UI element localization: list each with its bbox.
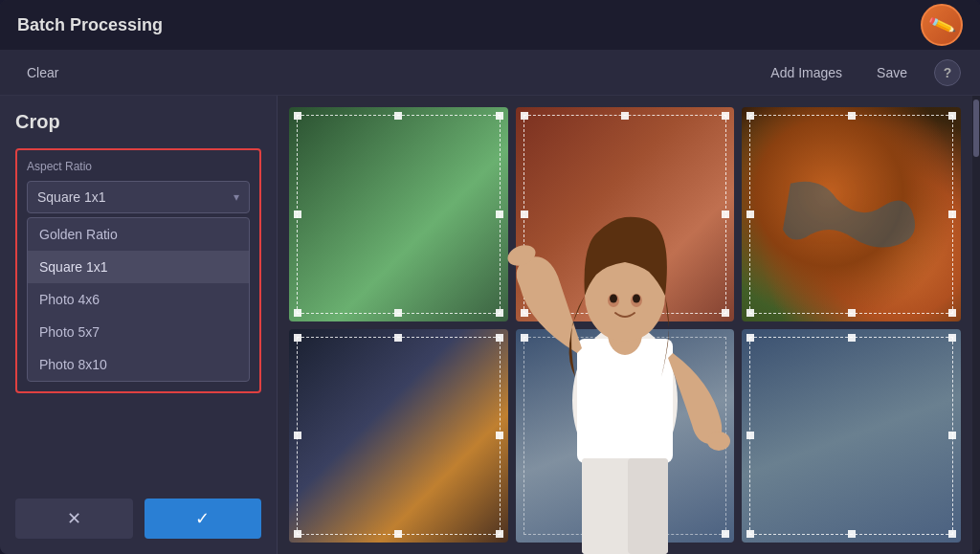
image-cell-3[interactable] xyxy=(742,107,961,321)
header-icon-button[interactable]: ✏️ xyxy=(921,4,963,46)
crop-handle-bl-1 xyxy=(294,309,301,317)
crop-handle-mr-2 xyxy=(722,211,729,218)
crop-handle-tl-5 xyxy=(521,334,528,342)
dropdown-option-photo-4x6[interactable]: Photo 4x6 xyxy=(28,283,249,316)
crop-overlay-5 xyxy=(523,337,727,536)
crop-overlay-4 xyxy=(297,337,501,536)
image-cell-1[interactable] xyxy=(289,107,508,321)
crop-handle-br-2 xyxy=(722,309,729,317)
scrollbar-thumb[interactable] xyxy=(973,100,979,157)
dropdown-option-golden-ratio[interactable]: Golden Ratio xyxy=(28,218,249,251)
crop-handle-bm-2 xyxy=(621,309,629,317)
crop-handle-bm-6 xyxy=(848,530,856,538)
save-button[interactable]: Save xyxy=(869,61,915,84)
app-container: Batch Processing ✏️ Clear Add Images Sav… xyxy=(0,0,980,554)
crop-handle-br-3 xyxy=(948,309,956,317)
aspect-ratio-dropdown[interactable]: Square 1x1 ▾ xyxy=(27,181,250,213)
toolbar: Clear Add Images Save ? xyxy=(0,50,980,96)
crop-handle-mr-1 xyxy=(496,211,503,218)
header: Batch Processing ✏️ xyxy=(0,0,980,50)
crop-handle-ml-6 xyxy=(746,432,754,439)
app-title: Batch Processing xyxy=(17,15,163,35)
crop-overlay-6 xyxy=(749,337,953,536)
crop-handle-tm-6 xyxy=(848,334,856,342)
scrollbar-track[interactable] xyxy=(972,96,980,554)
pencil-icon: ✏️ xyxy=(926,10,957,39)
crop-overlay-2 xyxy=(523,115,727,314)
image-cell-2[interactable] xyxy=(516,107,735,321)
crop-handle-mr-4 xyxy=(496,432,503,439)
crop-handle-mr-3 xyxy=(948,211,956,218)
dropdown-selected-value: Square 1x1 xyxy=(37,189,106,205)
crop-handle-mr-6 xyxy=(948,432,956,439)
crop-handle-ml-4 xyxy=(294,432,301,439)
crop-handle-tr-2 xyxy=(722,112,729,120)
crop-handle-tm-4 xyxy=(394,334,402,342)
crop-handle-tr-4 xyxy=(496,334,503,342)
sidebar-bottom: ✕ ✓ xyxy=(15,499,261,539)
aspect-ratio-label: Aspect Ratio xyxy=(27,160,250,173)
crop-handle-ml-3 xyxy=(746,211,754,218)
image-cell-6[interactable] xyxy=(742,329,961,543)
crop-handle-tm-3 xyxy=(848,112,856,120)
clear-button[interactable]: Clear xyxy=(19,61,66,84)
image-cell-5[interactable] xyxy=(516,329,735,543)
crop-handle-br-4 xyxy=(496,530,503,538)
crop-handle-bl-4 xyxy=(294,530,301,538)
crop-handle-br-6 xyxy=(948,530,956,538)
crop-handle-tr-1 xyxy=(496,112,503,120)
crop-overlay-1 xyxy=(297,115,501,314)
crop-handle-br-5 xyxy=(722,530,729,538)
aspect-ratio-box: Aspect Ratio Square 1x1 ▾ Golden Ratio S… xyxy=(15,148,261,393)
crop-handle-tl-2 xyxy=(521,112,528,120)
crop-handle-ml-2 xyxy=(521,211,528,218)
crop-handle-tm-2 xyxy=(621,112,629,120)
crop-handle-tm-1 xyxy=(394,112,402,120)
crop-handle-tl-1 xyxy=(294,112,301,120)
crop-handle-bm-3 xyxy=(848,309,856,317)
crop-handle-br-1 xyxy=(496,309,503,317)
sidebar: Crop Aspect Ratio Square 1x1 ▾ Golden Ra… xyxy=(0,96,278,554)
crop-handle-tr-3 xyxy=(948,112,956,120)
crop-handle-bl-2 xyxy=(521,309,528,317)
image-cell-4[interactable] xyxy=(289,329,508,543)
crop-handle-tl-3 xyxy=(746,112,754,120)
help-button[interactable]: ? xyxy=(934,59,961,86)
river-svg xyxy=(775,161,928,268)
cancel-button[interactable]: ✕ xyxy=(15,499,133,539)
crop-handle-tl-4 xyxy=(294,334,301,342)
dropdown-list: Golden Ratio Square 1x1 Photo 4x6 Photo … xyxy=(27,217,250,382)
sidebar-section-title: Crop xyxy=(15,111,261,133)
crop-handle-ml-1 xyxy=(294,211,301,218)
add-images-button[interactable]: Add Images xyxy=(763,61,850,84)
image-grid xyxy=(278,96,972,554)
chevron-down-icon: ▾ xyxy=(234,190,239,204)
dropdown-option-photo-8x10[interactable]: Photo 8x10 xyxy=(28,348,249,381)
crop-handle-tl-6 xyxy=(746,334,754,342)
main-area: Crop Aspect Ratio Square 1x1 ▾ Golden Ra… xyxy=(0,96,980,554)
confirm-button[interactable]: ✓ xyxy=(145,499,262,539)
crop-handle-tr-6 xyxy=(948,334,956,342)
crop-handle-bl-3 xyxy=(746,309,754,317)
crop-handle-bm-4 xyxy=(394,530,402,538)
crop-handle-bm-1 xyxy=(394,309,402,317)
dropdown-option-photo-5x7[interactable]: Photo 5x7 xyxy=(28,316,249,348)
crop-handle-bl-6 xyxy=(746,530,754,538)
dropdown-option-square-1x1[interactable]: Square 1x1 xyxy=(28,251,249,283)
